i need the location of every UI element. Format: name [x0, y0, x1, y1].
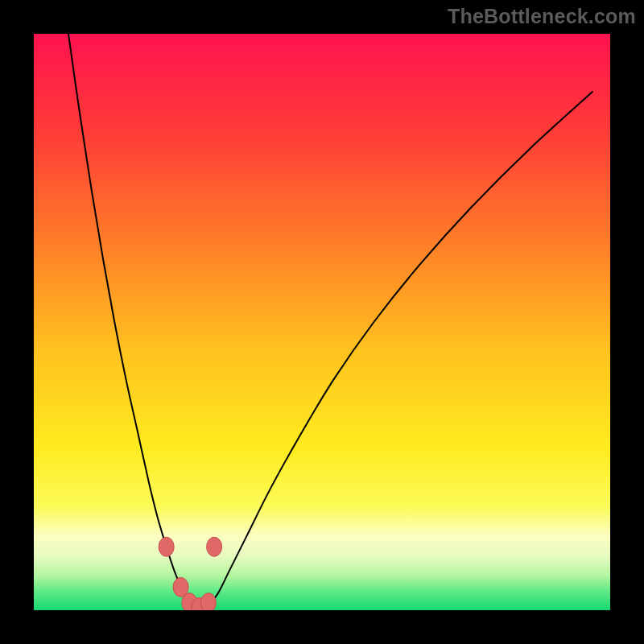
data-marker [207, 537, 222, 556]
data-marker [159, 537, 174, 556]
plot-area [34, 34, 610, 610]
chart-background [34, 34, 610, 610]
frame: TheBottleneck.com [0, 0, 644, 644]
chart-svg [34, 34, 610, 610]
data-marker [200, 593, 216, 610]
watermark-text: TheBottleneck.com [448, 5, 636, 28]
